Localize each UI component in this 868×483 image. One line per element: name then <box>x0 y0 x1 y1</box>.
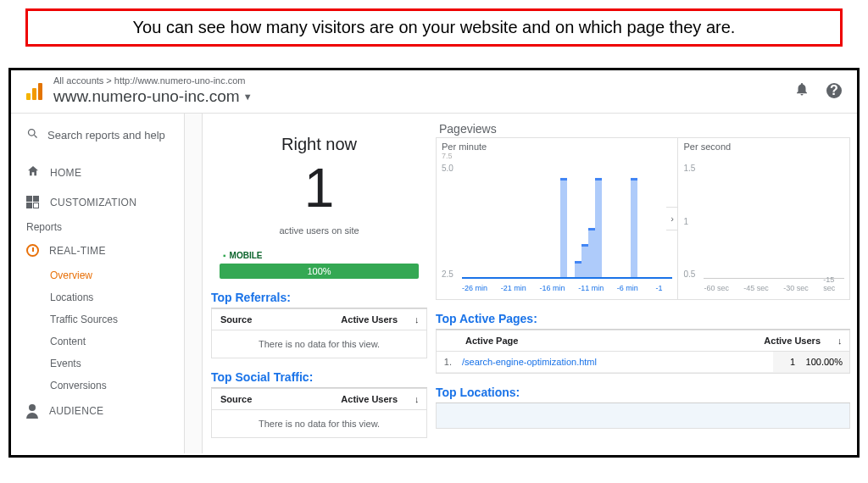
audience-icon <box>26 404 39 417</box>
sidebar-sub-overview[interactable]: Overview <box>11 264 184 286</box>
active-users-subtitle: active users on site <box>220 225 419 236</box>
social-col-source[interactable]: Source <box>212 389 332 409</box>
pageviews-title: Pageviews <box>439 122 850 136</box>
notifications-icon[interactable] <box>794 81 810 100</box>
crumb-url: http://www.numero-uno-inc.com <box>114 75 246 86</box>
top-locations-heading: Top Locations: <box>436 382 850 403</box>
search-input[interactable]: Search reports and help <box>11 114 184 157</box>
reports-label: Reports <box>11 216 184 236</box>
mobile-percent-bar: 100% <box>220 264 419 279</box>
referrals-col-source[interactable]: Source <box>212 309 332 330</box>
referrals-col-users[interactable]: Active Users <box>332 309 406 330</box>
search-placeholder: Search reports and help <box>47 129 165 142</box>
bar <box>595 178 602 277</box>
per-second-chart: Per second 1.510.5 -60 sec-45 sec-30 sec… <box>678 138 849 299</box>
top-referrals-panel: Top Referrals: Source Active Users ↓ The… <box>211 287 427 358</box>
ap-col-page[interactable]: Active Page <box>457 330 755 351</box>
per-minute-chart: Per minute 7.5 5.02.5 -26 min-21 min-16 … <box>437 138 678 299</box>
bar <box>631 178 637 277</box>
help-icon[interactable]: ? <box>826 83 842 98</box>
social-empty: There is no data for this view. <box>212 410 426 437</box>
top-referrals-heading: Top Referrals: <box>211 287 427 308</box>
sidebar-sub-traffic[interactable]: Traffic Sources <box>11 308 184 330</box>
sidebar-sub-conversions[interactable]: Conversions <box>11 375 184 397</box>
crumb-accounts: All accounts <box>53 75 103 86</box>
active-users-count: 1 <box>220 161 419 215</box>
sort-arrow-icon[interactable]: ↓ <box>829 330 849 351</box>
bar <box>575 261 581 277</box>
header: All accounts > http://www.numero-uno-inc… <box>11 70 857 114</box>
top-locations-panel: Top Locations: <box>436 382 850 429</box>
customization-icon <box>26 196 40 208</box>
sidebar-item-customization[interactable]: CUSTOMIZATION <box>11 188 184 216</box>
pageviews-charts: Per minute 7.5 5.02.5 -26 min-21 min-16 … <box>436 137 850 300</box>
ap-col-users[interactable]: Active Users <box>755 330 829 351</box>
bar <box>581 244 588 277</box>
sidebar: Search reports and help HOME CUSTOMIZATI… <box>11 114 185 453</box>
right-now-title: Right now <box>220 135 419 154</box>
sort-arrow-icon[interactable]: ↓ <box>406 309 426 330</box>
top-social-heading: Top Social Traffic: <box>211 367 427 388</box>
breadcrumb: All accounts > http://www.numero-uno-inc… <box>53 75 794 86</box>
sidebar-sub-events[interactable]: Events <box>11 353 184 375</box>
clock-icon <box>26 244 39 257</box>
sidebar-sub-content[interactable]: Content <box>11 330 184 353</box>
top-active-pages-panel: Top Active Pages: Active Page Active Use… <box>436 308 850 374</box>
sort-arrow-icon[interactable]: ↓ <box>406 389 426 409</box>
svg-point-0 <box>29 130 36 136</box>
referrals-empty: There is no data for this view. <box>212 330 426 358</box>
bar <box>560 178 567 277</box>
main-content: Right now 1 active users on site MOBILE … <box>185 114 857 453</box>
site-name: www.numero-uno-inc.com <box>53 87 240 106</box>
social-col-users[interactable]: Active Users <box>332 389 406 409</box>
mobile-legend: MOBILE <box>223 251 419 260</box>
search-icon <box>26 127 39 142</box>
table-row[interactable]: 1. /search-engine-optimization.html 1 10… <box>437 352 849 373</box>
sidebar-item-realtime[interactable]: REAL-TIME <box>11 236 184 264</box>
sidebar-sub-locations[interactable]: Locations <box>11 286 184 308</box>
right-now-card: Right now 1 active users on site MOBILE … <box>211 122 427 287</box>
callout-banner: You can see how many visitors are on you… <box>25 8 843 47</box>
active-page-link[interactable]: /search-engine-optimization.html <box>457 352 773 372</box>
chevron-right-icon[interactable]: › <box>666 207 678 230</box>
sidebar-item-audience[interactable]: AUDIENCE <box>11 397 184 425</box>
top-active-pages-heading: Top Active Pages: <box>436 308 850 330</box>
chevron-down-icon: ▼ <box>243 92 253 102</box>
header-title-block[interactable]: All accounts > http://www.numero-uno-inc… <box>53 75 794 106</box>
home-icon <box>26 164 40 180</box>
sidebar-item-home[interactable]: HOME <box>11 157 184 188</box>
bar <box>588 228 595 277</box>
top-social-panel: Top Social Traffic: Source Active Users … <box>211 367 427 438</box>
svg-line-1 <box>34 135 36 137</box>
ga-window: All accounts > http://www.numero-uno-inc… <box>8 68 860 458</box>
analytics-logo-icon <box>26 81 45 100</box>
